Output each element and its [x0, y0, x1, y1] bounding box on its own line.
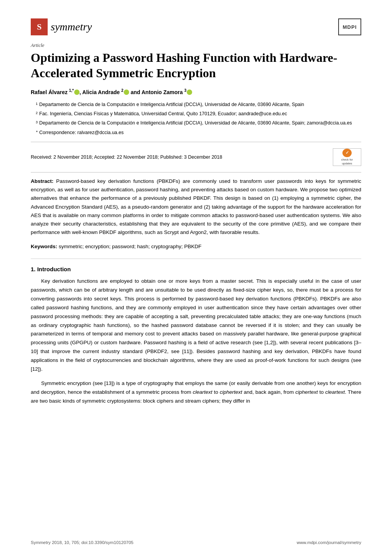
abstract-section: Abstract: Password-based key derivation … [31, 177, 361, 237]
check-for-updates-badge[interactable]: ✓ check forupdates [333, 148, 361, 166]
orcid-icon-3 [187, 90, 192, 95]
footer-citation: Symmetry 2018, 10, 705; doi:10.3390/sym1… [31, 540, 133, 545]
authors-line: Rafael Álvarez 1,*, Alicia Andrade 2 and… [31, 88, 361, 95]
affiliation-1: 1 Departamento de Ciencia de la Computac… [31, 101, 361, 109]
divider-3 [31, 259, 361, 259]
section-1-title: 1. Introduction [31, 266, 361, 272]
divider-2 [31, 172, 361, 173]
article-label: Article [31, 42, 361, 48]
check-updates-icon: ✓ [342, 149, 352, 158]
keywords-section: Keywords: symmetric; encryption; passwor… [31, 242, 361, 251]
footer-url: www.mdpi.com/journal/symmetry [297, 540, 361, 545]
divider-1 [31, 142, 361, 142]
check-updates-label: check forupdates [341, 158, 353, 166]
affiliations: 1 Departamento de Ciencia de la Computac… [31, 101, 361, 136]
author-separator-2: and Antonio Zamora 3 [129, 89, 186, 95]
dates-row: Received: 2 November 2018; Accepted: 22 … [31, 148, 361, 166]
correspondence: * Correspondence: ralvarez@dccia.ua.es [31, 129, 361, 136]
article-title: Optimizing a Password Hashing Function w… [31, 50, 361, 81]
publication-dates: Received: 2 November 2018; Accepted: 22 … [31, 154, 222, 160]
affiliation-3: 3 Departamento de Ciencia de la Computac… [31, 119, 361, 127]
affiliation-2: 2 Fac. Ingeniería, Ciencias Físicas y Ma… [31, 110, 361, 118]
footer: Symmetry 2018, 10, 705; doi:10.3390/sym1… [31, 540, 361, 545]
journal-name: symmetry [51, 21, 92, 33]
section-1-paragraph-1: Key derivation functions are employed to… [31, 277, 361, 374]
author-separator-1: , Alicia Andrade 2 [80, 89, 123, 95]
orcid-icon-2 [124, 90, 129, 95]
publisher-logo: MDPI [338, 18, 361, 35]
keywords-text: symmetric; encryption; password; hash; c… [57, 244, 201, 249]
author-1: Rafael Álvarez 1,* [31, 89, 74, 95]
section-1-paragraph-2: Symmetric encryption (see [13]) is a typ… [31, 379, 361, 406]
abstract-label: Abstract: [31, 178, 53, 184]
journal-logo-icon: S [31, 18, 48, 35]
journal-logo: S symmetry [31, 18, 92, 35]
header-row: S symmetry MDPI [31, 18, 361, 35]
page: S symmetry MDPI Article Optimizing a Pas… [0, 0, 392, 554]
abstract-text: Password-based key derivation functions … [31, 178, 361, 236]
keywords-label: Keywords: [31, 244, 57, 249]
orcid-icon-1 [74, 90, 80, 95]
